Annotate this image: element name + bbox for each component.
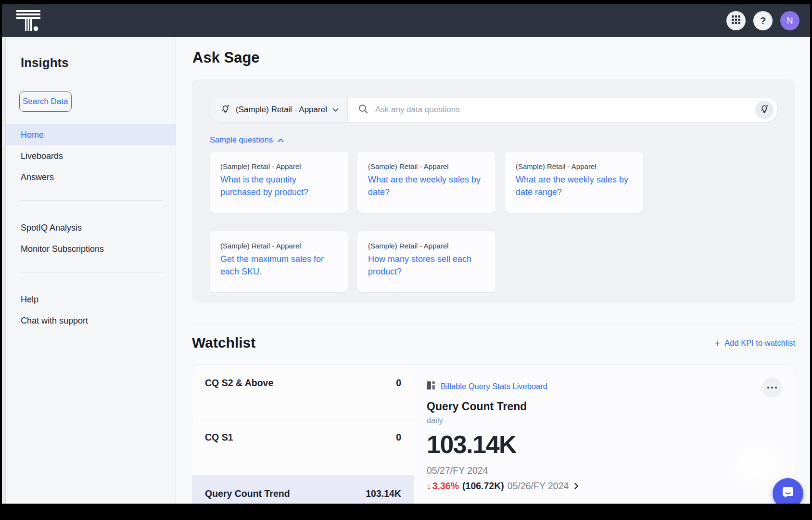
search-icon bbox=[358, 104, 368, 116]
sidebar-divider bbox=[21, 200, 163, 201]
liveboard-icon bbox=[427, 381, 436, 392]
sidebar-item-help[interactable]: Help bbox=[6, 289, 176, 310]
sample-question-card[interactable]: (Sample) Retail - Apparel Get the maximu… bbox=[210, 231, 348, 292]
chat-bubble-icon bbox=[781, 485, 795, 502]
sidebar-item-monitor-subscriptions[interactable]: Monitor Subscriptions bbox=[6, 238, 176, 260]
add-kpi-label: Add KPI to watchlist bbox=[724, 338, 795, 348]
question-mark-icon: ? bbox=[760, 15, 766, 26]
app-window: ? N Insights Search Data Home Liveboards… bbox=[2, 4, 810, 504]
card-source-label: (Sample) Retail - Apparel bbox=[368, 242, 485, 250]
more-options-button[interactable] bbox=[762, 377, 782, 398]
kpi-detail-title: Query Count Trend bbox=[427, 400, 782, 413]
question-input[interactable] bbox=[374, 104, 755, 115]
sidebar-item-chat-with-support[interactable]: Chat with support bbox=[6, 310, 176, 331]
add-kpi-to-watchlist-link[interactable]: + Add KPI to watchlist bbox=[714, 338, 795, 348]
app-switcher-button[interactable] bbox=[726, 11, 746, 30]
kpi-value: 0 bbox=[396, 377, 401, 389]
chevron-up-icon bbox=[278, 135, 284, 144]
sample-questions-label: Sample questions bbox=[210, 135, 273, 144]
card-source-label: (Sample) Retail - Apparel bbox=[220, 242, 337, 250]
change-absolute: (106.72K) bbox=[462, 481, 504, 492]
card-question-link[interactable]: What are the weekly sales by date range? bbox=[516, 174, 633, 198]
sample-question-card[interactable]: (Sample) Retail - Apparel What are the w… bbox=[505, 152, 643, 213]
ellipsis-icon bbox=[767, 387, 769, 389]
sample-question-card[interactable]: (Sample) Retail - Apparel What are the w… bbox=[357, 152, 495, 213]
help-button[interactable]: ? bbox=[753, 11, 773, 30]
down-arrow-icon: ↓ bbox=[427, 481, 431, 492]
card-question-link[interactable]: Get the maximum sales for each SKU. bbox=[220, 253, 337, 278]
kpi-frequency: daily bbox=[427, 416, 782, 425]
card-question-link[interactable]: What is the quantity purchased by produc… bbox=[220, 174, 337, 198]
grid-icon bbox=[732, 15, 740, 26]
card-source-label: (Sample) Retail - Apparel bbox=[220, 162, 337, 170]
sidebar-nav-secondary: SpotIQ Analysis Monitor Subscriptions bbox=[6, 217, 176, 260]
kpi-change-row: ↓ 3.36% (106.72K) 05/26/FY 2024 bbox=[427, 481, 782, 492]
kpi-list-item[interactable]: CQ S1 0 bbox=[192, 419, 414, 476]
data-source-selector[interactable]: (Sample) Retail - Apparel bbox=[210, 98, 348, 122]
sample-questions-toggle[interactable]: Sample questions bbox=[210, 135, 284, 144]
chevron-down-icon bbox=[332, 105, 339, 114]
kpi-detail-card: Billable Query Stats Liveboard Query Cou… bbox=[414, 365, 795, 504]
search-data-button[interactable]: Search Data bbox=[19, 91, 72, 112]
sidebar-nav-tertiary: Help Chat with support bbox=[6, 289, 176, 331]
sage-submit-button[interactable] bbox=[755, 101, 774, 119]
top-navigation-bar: ? N bbox=[2, 4, 810, 37]
sidebar-item-answers[interactable]: Answers bbox=[6, 167, 176, 188]
sidebar-divider bbox=[21, 272, 163, 273]
kpi-name: CQ S2 & Above bbox=[205, 377, 273, 389]
kpi-date: 05/27/FY 2024 bbox=[427, 465, 782, 476]
thoughtspot-logo-icon[interactable] bbox=[16, 10, 40, 32]
sample-question-card[interactable]: (Sample) Retail - Apparel How many store… bbox=[357, 231, 495, 292]
avatar-initial: N bbox=[787, 16, 793, 26]
sage-lightbulb-icon bbox=[760, 104, 769, 116]
card-source-label: (Sample) Retail - Apparel bbox=[368, 162, 485, 170]
sample-question-row: (Sample) Retail - Apparel Get the maximu… bbox=[210, 231, 777, 292]
sidebar-title: Insights bbox=[21, 55, 176, 70]
sage-lightbulb-icon bbox=[220, 104, 230, 116]
sidebar-item-liveboards[interactable]: Liveboards bbox=[6, 145, 176, 167]
kpi-value: 103.14K bbox=[366, 488, 401, 499]
sample-question-card[interactable]: (Sample) Retail - Apparel What is the qu… bbox=[210, 152, 348, 213]
kpi-list-item[interactable]: CQ S2 & Above 0 bbox=[192, 365, 414, 419]
kpi-name: CQ S1 bbox=[205, 432, 233, 443]
sample-question-row: (Sample) Retail - Apparel What is the qu… bbox=[210, 152, 777, 213]
change-percent: ↓ 3.36% bbox=[427, 481, 459, 492]
kpi-big-value: 103.14K bbox=[427, 430, 782, 459]
user-avatar[interactable]: N bbox=[780, 11, 799, 30]
kpi-name: Query Count Trend bbox=[205, 488, 290, 499]
watchlist-title: Watchlist bbox=[192, 333, 255, 352]
card-source-label: (Sample) Retail - Apparel bbox=[516, 162, 633, 170]
card-question-link[interactable]: What are the weekly sales by date? bbox=[368, 174, 485, 198]
topbar-actions: ? N bbox=[726, 11, 799, 30]
chevron-right-icon[interactable] bbox=[574, 482, 579, 490]
section-divider bbox=[192, 323, 795, 324]
liveboard-link[interactable]: Billable Query Stats Liveboard bbox=[441, 382, 547, 391]
ellipsis-icon bbox=[775, 387, 777, 389]
kpi-value: 0 bbox=[396, 432, 401, 443]
data-source-name: (Sample) Retail - Apparel bbox=[236, 105, 327, 115]
ask-sage-panel: (Sample) Retail - Apparel bbox=[192, 79, 795, 303]
sidebar-nav-primary: Home Liveboards Answers bbox=[6, 124, 176, 188]
compare-date: 05/26/FY 2024 bbox=[508, 481, 569, 492]
sidebar: Insights Search Data Home Liveboards Ans… bbox=[6, 37, 176, 504]
question-input-region bbox=[348, 98, 755, 122]
main-content: Ask Sage (Sample) Retail - Ap bbox=[176, 37, 810, 504]
watchlist-panel: CQ S2 & Above 0 CQ S1 0 Query Count Tren… bbox=[192, 364, 795, 504]
ellipsis-icon bbox=[771, 387, 773, 389]
sidebar-item-spotiq-analysis[interactable]: SpotIQ Analysis bbox=[6, 217, 176, 238]
card-question-link[interactable]: How many stores sell each product? bbox=[368, 253, 485, 278]
kpi-list: CQ S2 & Above 0 CQ S1 0 Query Count Tren… bbox=[192, 365, 414, 504]
left-edge-strip bbox=[2, 37, 6, 504]
page-title: Ask Sage bbox=[192, 48, 795, 68]
sidebar-item-home[interactable]: Home bbox=[6, 124, 176, 145]
plus-icon: + bbox=[714, 338, 720, 348]
kpi-change-badge bbox=[359, 503, 401, 504]
kpi-list-item-selected[interactable]: Query Count Trend 103.14K bbox=[192, 476, 414, 504]
sage-search-bar: (Sample) Retail - Apparel bbox=[210, 98, 777, 122]
